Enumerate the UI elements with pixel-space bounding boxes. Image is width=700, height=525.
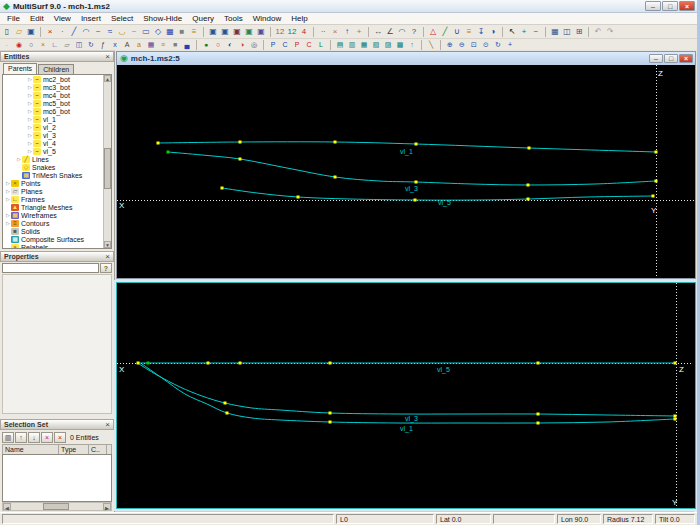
scroll-thumb[interactable] <box>43 503 69 510</box>
snake-tool-button[interactable]: ~ <box>128 26 140 38</box>
menu-show-hide[interactable]: Show-Hide <box>138 13 187 25</box>
mesh-tool-button[interactable]: ▦ <box>164 26 176 38</box>
display-hidden-line-button[interactable]: ▧ <box>370 39 382 50</box>
view-side-button[interactable]: ▣ <box>231 26 243 38</box>
new-file-button[interactable]: ▯ <box>1 26 13 38</box>
move-down-button[interactable]: ↓ <box>28 432 40 443</box>
properties-filter-input[interactable] <box>2 263 99 273</box>
select-add-button[interactable]: + <box>518 26 530 38</box>
tree-item-snakes[interactable]: ◇Snakes <box>3 163 103 171</box>
show-all-button[interactable]: ● <box>200 39 212 50</box>
window-cascade-button[interactable]: ▦ <box>549 26 561 38</box>
menu-view[interactable]: View <box>49 13 76 25</box>
measure-angle-button[interactable]: ∠ <box>384 26 396 38</box>
close-button[interactable]: × <box>679 1 695 11</box>
restore-button[interactable]: □ <box>664 54 678 63</box>
tree-item-points[interactable]: ▷×Points <box>3 179 103 187</box>
menu-window[interactable]: Window <box>248 13 286 25</box>
save-file-button[interactable]: ▣ <box>25 26 37 38</box>
display-rendered-button[interactable]: ▦ <box>358 39 370 50</box>
minimize-button[interactable]: – <box>649 54 663 63</box>
tree-item-vl-4[interactable]: ▷~vl_4 <box>3 139 103 147</box>
tree-item-relabels[interactable]: aRelabels <box>3 243 103 248</box>
tree-item-mc5-bot[interactable]: ▷~mc5_bot <box>3 99 103 107</box>
selection-horizontal-scrollbar[interactable]: ◀ ▶ <box>2 502 112 511</box>
menu-file[interactable]: File <box>2 13 25 25</box>
solid-tool-button[interactable]: ■ <box>176 26 188 38</box>
display-normals-button[interactable]: ↑ <box>406 39 418 50</box>
zoom-out-button[interactable]: ⊖ <box>456 39 468 50</box>
window-split-button[interactable]: ⊞ <box>573 26 585 38</box>
window-tile-button[interactable]: ◫ <box>561 26 573 38</box>
bcurve-tool-button[interactable]: ~ <box>92 26 104 38</box>
tree-vertical-scrollbar[interactable]: ▲ ▼ <box>103 75 111 248</box>
hide-selected-button[interactable]: ◑ <box>236 39 248 50</box>
contour-tool-2-button[interactable]: ≡ <box>157 39 169 50</box>
toggle-points-button[interactable]: ∙∙ <box>317 26 329 38</box>
view-front-button[interactable]: ▣ <box>219 26 231 38</box>
menu-edit[interactable]: Edit <box>25 13 49 25</box>
remove-all-button[interactable]: × <box>54 432 66 443</box>
bead-tool-button[interactable]: ∙ <box>1 39 13 50</box>
toggle-knots-button[interactable]: × <box>329 26 341 38</box>
selection-list[interactable] <box>2 454 112 502</box>
measure-curvature-button[interactable]: ◠ <box>396 26 408 38</box>
tab-children[interactable]: Children <box>38 64 74 74</box>
toggle-curve-names-button[interactable]: 12 <box>286 26 298 38</box>
toggle-axes-button[interactable]: + <box>353 26 365 38</box>
restore-button[interactable]: □ <box>662 1 678 11</box>
column-header-c[interactable]: C.. <box>89 445 107 454</box>
redo-button[interactable]: ↷ <box>604 26 616 38</box>
edit-mirror-button[interactable]: ◑ <box>487 26 499 38</box>
viewport-window-title-bar[interactable]: ◉ mch-1.ms2:5 –□× <box>117 52 695 65</box>
scroll-down-icon[interactable]: ▼ <box>104 241 111 248</box>
tree-item-wireframes[interactable]: ▷▦Wireframes <box>3 211 103 219</box>
zoom-extents-button[interactable]: ⊙ <box>480 39 492 50</box>
annotate-pen-button[interactable]: ╲ <box>425 39 437 50</box>
tree-item-frames[interactable]: ▷∟Frames <box>3 195 103 203</box>
scroll-right-icon[interactable]: ▶ <box>103 503 111 510</box>
tree-item-mc6-bot[interactable]: ▷~mc6_bot <box>3 107 103 115</box>
view-perspective-button[interactable]: ▣ <box>255 26 267 38</box>
scroll-up-icon[interactable]: ▲ <box>104 75 111 82</box>
show-labels-button[interactable]: L <box>315 39 327 50</box>
remove-selected-button[interactable]: × <box>41 432 53 443</box>
toggle-point-names-button[interactable]: 12 <box>274 26 286 38</box>
ring-tool-button[interactable]: ○ <box>25 39 37 50</box>
zoom-in-button[interactable]: ⊕ <box>444 39 456 50</box>
delete-entity-button[interactable]: × <box>44 26 56 38</box>
rotate-view-button[interactable]: ↻ <box>492 39 504 50</box>
column-options-button[interactable]: ▥ <box>2 432 14 443</box>
tree-item-mc4-bot[interactable]: ▷~mc4_bot <box>3 91 103 99</box>
menu-query[interactable]: Query <box>187 13 219 25</box>
toggle-flags-button[interactable]: 4 <box>298 26 310 38</box>
hide-all-button[interactable]: ○ <box>212 39 224 50</box>
tree-item-lines[interactable]: ▷╱Lines <box>3 155 103 163</box>
relabel-tool-button[interactable]: a <box>133 39 145 50</box>
edit-project-button[interactable]: ↧ <box>475 26 487 38</box>
magnet-tool-button[interactable]: ◉ <box>13 39 25 50</box>
subcurve-tool-button[interactable]: ◡ <box>116 26 128 38</box>
wireframe-tool-button[interactable]: ▦ <box>145 39 157 50</box>
tree-item-planes[interactable]: ▷▱Planes <box>3 187 103 195</box>
ccurve-tool-button[interactable]: ≈ <box>104 26 116 38</box>
tree-item-vl-3[interactable]: ▷~vl_3 <box>3 131 103 139</box>
mirror-tool-button[interactable]: ◫ <box>73 39 85 50</box>
select-remove-button[interactable]: − <box>530 26 542 38</box>
toggle-normals-button[interactable]: ↑ <box>341 26 353 38</box>
hide-parents-button[interactable]: P <box>291 39 303 50</box>
plane-tool-button[interactable]: ▱ <box>61 39 73 50</box>
edit-split-button[interactable]: ╱ <box>439 26 451 38</box>
tree-item-vl-1[interactable]: ▷~vl_1 <box>3 115 103 123</box>
menu-help[interactable]: Help <box>286 13 312 25</box>
graph-tool-button[interactable]: ▄ <box>181 39 193 50</box>
tree-item-vl-2[interactable]: ▷~vl_2 <box>3 123 103 131</box>
view-home-button[interactable]: ▣ <box>207 26 219 38</box>
view-top-button[interactable]: ▣ <box>243 26 255 38</box>
query-entity-button[interactable]: ? <box>408 26 420 38</box>
column-header-name[interactable]: Name <box>3 445 59 454</box>
properties-close-icon[interactable]: × <box>105 253 110 261</box>
scroll-thumb[interactable] <box>104 148 111 190</box>
open-file-button[interactable]: ▱ <box>13 26 25 38</box>
frame-tool-button[interactable]: ∟ <box>49 39 61 50</box>
